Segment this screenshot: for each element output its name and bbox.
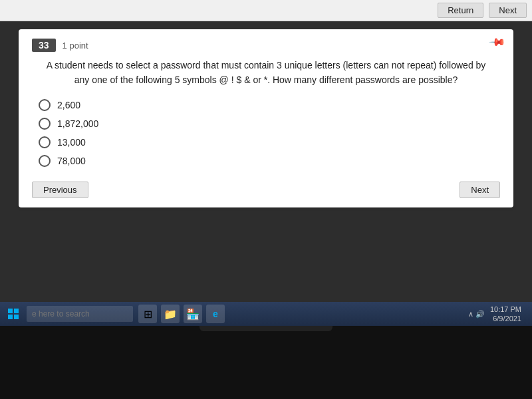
- option-label-4: 78,000: [57, 156, 86, 166]
- taskbar-right: ∧ 🔊 10:17 PM 6/9/2021: [468, 305, 529, 324]
- card-footer: Previous Next: [32, 179, 500, 198]
- radio-option-3[interactable]: [39, 136, 51, 148]
- radio-option-4[interactable]: [39, 155, 51, 167]
- store-icon[interactable]: 🏪: [184, 305, 202, 323]
- option-item[interactable]: 1,872,000: [39, 118, 493, 130]
- next-button[interactable]: Next: [460, 182, 500, 198]
- taskbar-icons: ⊞ 📁 🏪 e: [138, 305, 225, 323]
- return-button[interactable]: Return: [438, 3, 483, 18]
- system-tray: ∧ 🔊: [468, 309, 485, 319]
- option-label-1: 2,600: [57, 100, 80, 110]
- date-display: 6/9/2021: [490, 314, 521, 323]
- time-display: 10:17 PM: [490, 305, 521, 314]
- task-view-icon[interactable]: ⊞: [138, 305, 157, 323]
- radio-option-1[interactable]: [39, 99, 51, 111]
- question-header: 33 1 point: [32, 39, 500, 52]
- edge-icon[interactable]: e: [206, 305, 225, 323]
- radio-option-2[interactable]: [39, 118, 51, 130]
- question-points: 1 point: [63, 41, 88, 51]
- option-label-3: 13,000: [57, 137, 86, 148]
- file-explorer-icon[interactable]: 📁: [161, 305, 180, 323]
- start-button[interactable]: [3, 305, 24, 323]
- option-item[interactable]: 13,000: [39, 136, 493, 148]
- option-label-2: 1,872,000: [57, 118, 98, 129]
- option-item[interactable]: 2,600: [39, 99, 493, 111]
- taskbar: ⊞ 📁 🏪 e ∧ 🔊 10:17 PM 6/9/2021: [0, 302, 532, 326]
- top-bar: Return Next: [0, 0, 532, 21]
- laptop-notch: [200, 326, 332, 331]
- clock: 10:17 PM 6/9/2021: [490, 305, 521, 324]
- next-top-button[interactable]: Next: [489, 3, 527, 18]
- laptop-bezel: [0, 326, 532, 399]
- question-text: A student needs to select a password tha…: [32, 59, 500, 87]
- windows-logo-icon: [8, 309, 19, 319]
- options-list: 2,600 1,872,000 13,000 78,000: [32, 99, 500, 167]
- taskbar-search-input[interactable]: [27, 306, 133, 322]
- option-item[interactable]: 78,000: [39, 155, 493, 167]
- question-number: 33: [32, 39, 56, 52]
- previous-button[interactable]: Previous: [32, 182, 88, 198]
- quiz-card: 📌 33 1 point A student needs to select a…: [19, 29, 513, 207]
